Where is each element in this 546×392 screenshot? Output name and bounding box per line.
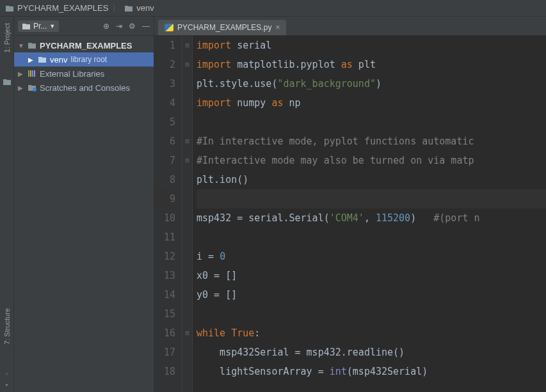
breadcrumb-root-label: PYCHARM_EXAMPLES bbox=[17, 3, 108, 13]
code-content[interactable]: import serialimport matplotlib.pyplot as… bbox=[193, 36, 546, 392]
chevron-right-icon[interactable]: ▶ bbox=[28, 56, 35, 63]
tree-scratches-node[interactable]: ▶ Scratches and Consoles bbox=[14, 81, 154, 95]
code-line[interactable]: x0 = [] bbox=[197, 266, 546, 285]
tree-external-libs-node[interactable]: ▶ External Libraries bbox=[14, 67, 154, 81]
code-line[interactable]: #In interactive mode, pyplot functions a… bbox=[197, 132, 546, 151]
code-line[interactable]: while True: bbox=[197, 324, 546, 343]
folder-icon bbox=[124, 4, 133, 12]
line-number-gutter[interactable]: 123456789101112131415161718 bbox=[154, 36, 182, 392]
code-line[interactable]: y0 = [] bbox=[197, 285, 546, 304]
gear-icon[interactable]: ⚙ bbox=[129, 22, 136, 31]
rail-tab-structure[interactable]: 7: Structure bbox=[3, 308, 11, 345]
chevron-right-icon[interactable]: ▶ bbox=[18, 70, 24, 77]
code-line[interactable] bbox=[197, 228, 546, 247]
line-number[interactable]: 7 bbox=[154, 151, 175, 170]
python-file-icon bbox=[165, 24, 173, 31]
tree-venv-node[interactable]: ▶ venv library root bbox=[14, 52, 154, 67]
code-editor[interactable]: 123456789101112131415161718 ⊟⊟⊟⊟⊟ import… bbox=[154, 36, 546, 392]
breadcrumb-root[interactable]: PYCHARM_EXAMPLES bbox=[5, 3, 108, 13]
folder-library-icon bbox=[38, 56, 47, 63]
editor-tab-label: PYCHARM_EXAMPLES.py bbox=[177, 23, 271, 32]
svg-rect-0 bbox=[28, 70, 29, 77]
fold-marker bbox=[182, 247, 192, 266]
folder-icon bbox=[28, 42, 36, 49]
fold-marker bbox=[182, 113, 192, 132]
line-number[interactable]: 10 bbox=[154, 208, 175, 228]
code-line[interactable]: lightSensorArray = int(msp432Serial) bbox=[197, 362, 546, 381]
line-number[interactable]: 15 bbox=[154, 304, 175, 324]
project-tool-toolbar: Pr... ▼ ⊕ ⇥ ⚙ — bbox=[14, 17, 154, 36]
fold-marker[interactable]: ⊟ bbox=[182, 36, 192, 55]
fold-marker bbox=[182, 285, 192, 304]
code-line[interactable]: msp432 = serial.Serial('COM4', 115200) #… bbox=[197, 208, 546, 228]
line-number[interactable]: 2 bbox=[154, 55, 175, 74]
editor-area: PYCHARM_EXAMPLES.py × 123456789101112131… bbox=[154, 17, 546, 392]
fold-marker[interactable]: ⊟ bbox=[182, 132, 192, 151]
editor-tabs: PYCHARM_EXAMPLES.py × bbox=[154, 17, 546, 36]
line-number[interactable]: 12 bbox=[154, 247, 175, 266]
editor-tab[interactable]: PYCHARM_EXAMPLES.py × bbox=[158, 20, 286, 35]
breadcrumb: PYCHARM_EXAMPLES 〉 venv bbox=[0, 0, 546, 17]
project-view-label: Pr... bbox=[33, 22, 47, 31]
fold-marker[interactable]: ⊟ bbox=[182, 324, 192, 343]
line-number[interactable]: 18 bbox=[154, 362, 175, 381]
code-line[interactable] bbox=[197, 113, 546, 132]
folder-icon bbox=[22, 22, 31, 30]
fold-gutter[interactable]: ⊟⊟⊟⊟⊟ bbox=[182, 36, 193, 392]
code-line[interactable]: i = 0 bbox=[197, 247, 546, 266]
scratches-icon bbox=[28, 84, 36, 91]
svg-rect-1 bbox=[30, 70, 31, 77]
fold-marker bbox=[182, 362, 192, 381]
code-line[interactable] bbox=[197, 304, 546, 324]
code-line[interactable]: plt.style.use("dark_background") bbox=[197, 74, 546, 93]
line-number[interactable]: 16 bbox=[154, 324, 175, 343]
chevron-down-icon[interactable]: ▼ bbox=[18, 42, 24, 49]
svg-point-4 bbox=[33, 88, 36, 91]
code-line[interactable]: import numpy as np bbox=[197, 93, 546, 113]
line-number[interactable]: 6 bbox=[154, 132, 175, 151]
folder-icon[interactable] bbox=[3, 78, 12, 86]
breadcrumb-child[interactable]: venv bbox=[124, 3, 154, 13]
breadcrumb-separator: 〉 bbox=[112, 3, 120, 14]
line-number[interactable]: 13 bbox=[154, 266, 175, 285]
code-line[interactable]: plt.ion() bbox=[197, 170, 546, 189]
rail-tab-project[interactable]: 1: Project bbox=[3, 23, 11, 52]
fold-marker[interactable]: ⊟ bbox=[182, 151, 192, 170]
tree-external-libs-label: External Libraries bbox=[40, 69, 104, 79]
code-line[interactable]: msp432Serial = msp432.readline() bbox=[197, 343, 546, 362]
code-line[interactable]: import serial bbox=[197, 36, 546, 55]
project-tree[interactable]: ▼ PYCHARM_EXAMPLES ▶ venv library root ▶… bbox=[14, 36, 154, 97]
chevron-right-icon[interactable]: ▶ bbox=[18, 84, 24, 91]
line-number[interactable]: 5 bbox=[154, 113, 175, 132]
svg-rect-2 bbox=[32, 70, 33, 77]
locate-icon[interactable]: ⊕ bbox=[103, 22, 109, 31]
fold-marker bbox=[182, 228, 192, 247]
line-number[interactable]: 1 bbox=[154, 36, 175, 55]
rail-tab-structure-label: 7: Structure bbox=[3, 308, 11, 345]
code-line[interactable]: import matplotlib.pyplot as plt bbox=[197, 55, 546, 74]
fold-marker bbox=[182, 208, 192, 228]
project-view-selector[interactable]: Pr... ▼ bbox=[18, 20, 59, 32]
line-number[interactable]: 9 bbox=[154, 189, 175, 208]
line-number[interactable]: 3 bbox=[154, 74, 175, 93]
line-number[interactable]: 4 bbox=[154, 93, 175, 113]
tree-root-node[interactable]: ▼ PYCHARM_EXAMPLES bbox=[14, 38, 154, 52]
line-number[interactable]: 8 bbox=[154, 170, 175, 189]
svg-rect-3 bbox=[34, 70, 35, 77]
line-number[interactable]: 11 bbox=[154, 228, 175, 247]
collapse-icon[interactable]: ⇥ bbox=[116, 22, 122, 31]
rail-bottom-icon-1[interactable]: ▫ bbox=[6, 370, 8, 377]
code-line[interactable]: #Interactive mode may also be turned on … bbox=[197, 151, 546, 170]
libraries-icon bbox=[28, 70, 36, 77]
minimize-icon[interactable]: — bbox=[142, 22, 150, 31]
code-line[interactable] bbox=[197, 189, 546, 208]
close-icon[interactable]: × bbox=[275, 23, 280, 32]
left-tool-rail: 1: Project 7: Structure ▫ ▪ bbox=[0, 17, 14, 392]
fold-marker bbox=[182, 189, 192, 208]
fold-marker[interactable]: ⊟ bbox=[182, 55, 192, 74]
line-number[interactable]: 14 bbox=[154, 285, 175, 304]
line-number[interactable]: 17 bbox=[154, 343, 175, 362]
fold-marker bbox=[182, 74, 192, 93]
rail-bottom-icon-2[interactable]: ▪ bbox=[6, 381, 8, 388]
tree-scratches-label: Scratches and Consoles bbox=[40, 83, 130, 93]
